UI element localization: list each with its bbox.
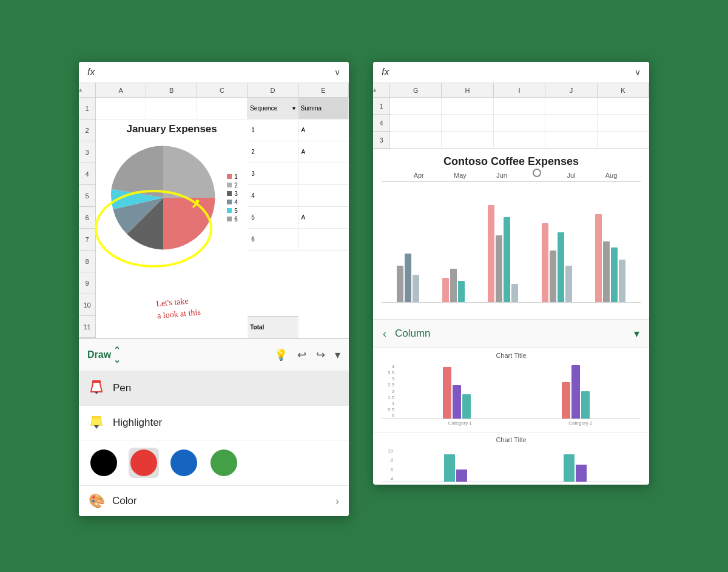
right-cell-J3[interactable] [545, 132, 597, 149]
val-E8[interactable] [298, 229, 349, 251]
row-header-10[interactable]: 10 [79, 294, 96, 316]
color-blue-container[interactable] [169, 448, 199, 478]
cell-C1[interactable] [197, 98, 248, 119]
lightbulb-icon[interactable]: 💡 [274, 348, 288, 362]
right-cell-I3[interactable] [494, 132, 545, 149]
highlighter-tool-item[interactable]: Highlighter [79, 406, 349, 440]
small-chart-2[interactable]: Chart Title 10864 [373, 432, 649, 485]
row-header-5[interactable]: 5 [79, 185, 96, 207]
right-cell-H3[interactable] [442, 132, 493, 149]
seq-val-1[interactable]: 1 [248, 119, 298, 141]
color-picker-chevron-icon[interactable]: › [335, 495, 339, 508]
right-cell-K3[interactable] [598, 132, 649, 149]
cell-A1[interactable] [96, 98, 146, 119]
color-green-container[interactable] [209, 448, 239, 478]
val-E7[interactable]: A [298, 207, 349, 229]
small-bar-c2-1 [562, 382, 570, 419]
small-chart-1[interactable]: Chart Title 43.532.521.510.50 [373, 348, 649, 432]
val-E4[interactable]: A [298, 141, 349, 163]
right-cell-K1[interactable] [598, 98, 649, 115]
small-chart-1-bars: 43.532.521.510.50 [382, 362, 641, 419]
col-header-A[interactable]: A [96, 83, 146, 98]
right-cell-H1[interactable] [442, 98, 493, 115]
color-green[interactable] [211, 449, 237, 476]
right-cell-I1[interactable] [494, 98, 545, 115]
bar-apr-1 [397, 266, 403, 302]
seq-val-6[interactable]: 6 [248, 229, 298, 251]
chart-type-back-icon[interactable]: ‹ [383, 328, 386, 340]
color-picker-row[interactable]: 🎨 Color › [79, 486, 349, 516]
more-icon[interactable]: ▾ [335, 348, 340, 362]
y-axis-labels-2: 10864 [388, 448, 396, 482]
draw-chevron-icon[interactable]: ⌃⌄ [113, 345, 121, 365]
row-header-3[interactable]: 3 [79, 141, 96, 163]
sequence-dropdown-icon[interactable]: ▾ [292, 105, 295, 112]
cell-B1[interactable] [146, 98, 197, 119]
bar-aug-2 [603, 241, 610, 302]
bar-may-2 [450, 269, 457, 302]
spreadsheet-grid-left: ▴ A B C D E 1 Sequence ▾ Summa January [79, 83, 349, 338]
bar-jul-1 [542, 223, 548, 302]
row-header-6[interactable]: 6 [79, 207, 96, 229]
right-cell-J4[interactable] [545, 115, 597, 132]
bar-group-may [442, 269, 465, 302]
right-cell-G3[interactable] [390, 132, 442, 149]
color-red[interactable] [130, 449, 157, 476]
row-header-9[interactable]: 9 [79, 272, 96, 294]
x-label-cat1: Category 1 [448, 420, 472, 426]
col-header-B[interactable]: B [146, 83, 197, 98]
right-row-header-3[interactable]: 3 [373, 132, 390, 149]
seq-val-3[interactable]: 3 [248, 163, 298, 185]
col-header-H[interactable]: H [442, 83, 493, 98]
col-header-D[interactable]: D [248, 83, 298, 98]
right-cell-G1[interactable] [390, 98, 442, 115]
svg-rect-5 [92, 416, 101, 419]
col-header-C[interactable]: C [197, 83, 248, 98]
color-black-container[interactable] [89, 448, 119, 478]
right-cell-I4[interactable] [494, 115, 545, 132]
col-header-I[interactable]: I [494, 83, 545, 98]
color-red-container[interactable] [129, 448, 159, 478]
cell-D1-seq[interactable]: Sequence ▾ [248, 98, 298, 119]
small-chart-2-cat2 [516, 454, 635, 482]
pen-tool-item[interactable]: Pen [79, 371, 349, 406]
bar-jul-3 [558, 232, 564, 302]
small-chart-2-cat1 [397, 454, 515, 482]
right-chart-area: Contoso Coffee Expenses Apr May Jun Jul … [373, 149, 649, 319]
redo-icon[interactable]: ↪ [316, 348, 325, 362]
seq-val-4[interactable]: 4 [248, 185, 298, 207]
col-header-K[interactable]: K [598, 83, 649, 98]
right-row-header-1[interactable]: 1 [373, 98, 390, 115]
row-header-1[interactable]: 1 [79, 98, 96, 119]
formula-bar-chevron-left[interactable]: ∨ [334, 67, 340, 77]
row-header-11[interactable]: 11 [79, 316, 96, 338]
right-cell-K4[interactable] [598, 115, 649, 132]
row-header-4[interactable]: 4 [79, 163, 96, 185]
small-chart-2-bars: 10864 [382, 446, 641, 482]
right-cell-H4[interactable] [442, 115, 493, 132]
right-row-header-4[interactable]: 4 [373, 115, 390, 132]
right-cell-G4[interactable] [390, 115, 442, 132]
col-header-J[interactable]: J [545, 83, 597, 98]
cell-E1-summary[interactable]: Summa [298, 98, 349, 119]
draw-label[interactable]: Draw ⌃⌄ [87, 345, 121, 365]
val-E6[interactable] [298, 185, 349, 207]
right-panel: fx ∨ ▴ G H I J K 1 4 [373, 62, 649, 485]
row-header-2[interactable]: 2 [79, 119, 96, 141]
seq-val-5[interactable]: 5 [248, 207, 298, 229]
color-black[interactable] [90, 449, 117, 476]
timeline-handle[interactable] [533, 169, 541, 177]
formula-bar-chevron-right[interactable]: ∨ [635, 67, 641, 77]
row-header-8[interactable]: 8 [79, 251, 96, 272]
seq-val-2[interactable]: 2 [248, 141, 298, 163]
right-cell-J1[interactable] [545, 98, 597, 115]
color-blue[interactable] [170, 449, 197, 476]
grid-corner-left: ▴ [79, 83, 96, 98]
col-header-G[interactable]: G [390, 83, 442, 98]
val-E3[interactable]: A [298, 119, 349, 141]
col-header-E[interactable]: E [298, 83, 349, 98]
row-header-7[interactable]: 7 [79, 229, 96, 251]
chart-type-chevron-icon[interactable]: ▾ [634, 327, 639, 340]
undo-icon[interactable]: ↩ [297, 348, 306, 362]
val-E5[interactable] [298, 163, 349, 185]
